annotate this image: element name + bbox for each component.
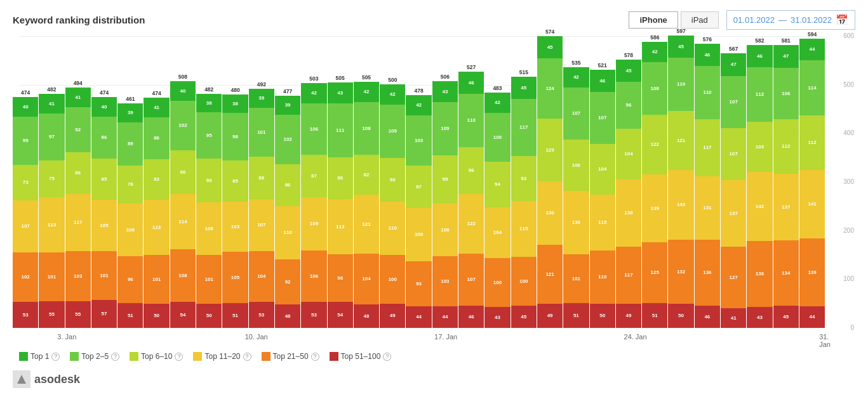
seg-top6_10: 90 — [380, 158, 405, 202]
bar-group: 505481041218210842 — [354, 74, 379, 328]
seg-top1: 45 — [511, 77, 537, 99]
bar-total: 500 — [388, 77, 397, 83]
seg-top2_5: 114 — [799, 60, 825, 115]
y-label-200: 200 — [843, 227, 854, 234]
seg-label: 87 — [416, 185, 422, 190]
seg-label: 112 — [756, 92, 764, 97]
seg-top11_20: 137 — [773, 174, 799, 240]
seg-top21_50: 134 — [773, 240, 799, 306]
seg-label: 42 — [495, 100, 500, 105]
seg-top1: 45 — [537, 36, 563, 58]
bar-stack: 5013214312111045 — [668, 36, 693, 328]
bar-total: 482 — [204, 86, 213, 93]
seg-label: 142 — [756, 204, 764, 209]
seg-label: 112 — [782, 144, 790, 149]
bar-total: 582 — [755, 37, 764, 44]
seg-top51_100: 54 — [328, 302, 353, 328]
bar-group: 500491001109010942 — [380, 77, 405, 328]
seg-label: 102 — [21, 275, 29, 280]
seg-top6_10: 78 — [117, 166, 143, 204]
seg-top2_5: 99 — [13, 117, 38, 165]
seg-label: 96 — [128, 277, 133, 282]
ipad-button[interactable]: iPad — [681, 11, 719, 29]
seg-top2_5: 107 — [563, 88, 589, 140]
seg-top1: 46 — [695, 44, 720, 66]
legend-label-top2_5: Top 2–5 — [81, 352, 109, 361]
calendar-icon[interactable]: 📅 — [836, 14, 848, 26]
seg-label: 46 — [757, 54, 763, 59]
seg-label: 108 — [651, 86, 659, 91]
bar-group: 5744912113012912445 — [537, 29, 563, 328]
legend-label-top1: Top 1 — [30, 352, 49, 361]
seg-label: 101 — [48, 275, 56, 280]
seg-label: 87 — [311, 174, 317, 179]
bar-total: 535 — [571, 60, 580, 66]
bar-group: 5764613613111711046 — [695, 36, 720, 328]
y-label-300: 300 — [843, 178, 854, 185]
seg-top11_20: 113 — [39, 197, 64, 252]
seg-label: 122 — [467, 221, 476, 226]
legend-help-top51_100[interactable]: ? — [383, 353, 391, 361]
seg-label: 98 — [337, 276, 343, 281]
seg-top11_20: 130 — [537, 181, 563, 245]
date-range-selector[interactable]: 01.01.2022 — 31.01.2022 📅 — [726, 10, 855, 30]
bar-group: 47457101105858640 — [91, 89, 117, 328]
legend-help-top11_20[interactable]: ? — [243, 353, 251, 361]
bar-total: 480 — [230, 87, 239, 93]
bar-group: 492531041078810139 — [249, 81, 274, 328]
seg-label: 42 — [416, 103, 422, 108]
seg-label: 89 — [128, 141, 133, 146]
seg-top51_100: 43 — [484, 307, 510, 328]
seg-label: 82 — [364, 172, 370, 178]
seg-label: 85 — [102, 177, 107, 182]
x-label-24.-Jan: 24. Jan — [624, 333, 647, 341]
seg-label: 104 — [624, 152, 632, 157]
seg-label: 93 — [521, 176, 526, 181]
seg-top21_50: 110 — [590, 251, 615, 304]
legend-color-top2_5 — [70, 352, 79, 361]
seg-top1: 42 — [642, 42, 667, 62]
seg-top2_5: 117 — [511, 99, 537, 156]
seg-top2_5: 101 — [249, 108, 274, 157]
seg-top51_100: 44 — [799, 306, 825, 328]
y-label-400: 400 — [843, 129, 854, 136]
seg-label: 108 — [362, 126, 370, 131]
bar-total: 478 — [415, 88, 424, 94]
bar-total: 474 — [100, 89, 109, 96]
bar-stack: 531041078810139 — [249, 89, 274, 328]
seg-label: 86 — [75, 171, 81, 176]
seg-top2_5: 102 — [275, 115, 300, 164]
seg-top51_100: 55 — [65, 301, 91, 328]
legend-help-top21_50[interactable]: ? — [311, 353, 319, 361]
seg-top1: 38 — [196, 94, 222, 112]
seg-top51_100: 53 — [301, 302, 326, 328]
seg-label: 110 — [283, 230, 291, 235]
seg-label: 90 — [390, 178, 396, 183]
seg-top21_50: 106 — [301, 251, 326, 302]
seg-top11_20: 105 — [91, 200, 117, 251]
seg-top21_50: 92 — [275, 259, 300, 304]
bar-total: 567 — [729, 46, 738, 52]
bar-stack: 451001159311745 — [511, 77, 537, 328]
legend-help-top6_10[interactable]: ? — [175, 353, 183, 361]
seg-label: 50 — [678, 313, 684, 318]
seg-label: 86 — [337, 176, 343, 181]
seg-label: 49 — [626, 313, 632, 318]
seg-label: 114 — [808, 86, 816, 91]
legend-help-top2_5[interactable]: ? — [111, 353, 119, 361]
seg-top11_20: 107 — [13, 200, 38, 252]
legend-help-top1[interactable]: ? — [51, 353, 60, 361]
seg-label: 42 — [652, 49, 658, 55]
iphone-button[interactable]: iPhone — [629, 11, 678, 29]
seg-top51_100: 50 — [590, 304, 615, 328]
seg-top21_50: 125 — [642, 242, 667, 303]
seg-label: 117 — [519, 125, 528, 130]
seg-label: 103 — [231, 225, 239, 230]
chart-wrapper: 0100200300400500600 Keyword ranking dist… — [13, 36, 855, 347]
seg-label: 75 — [49, 176, 55, 181]
seg-label: 78 — [128, 182, 133, 187]
seg-top1: 46 — [590, 70, 615, 92]
seg-top6_10: 104 — [590, 144, 615, 195]
seg-label: 103 — [74, 274, 82, 279]
seg-top11_20: 108 — [432, 204, 458, 256]
